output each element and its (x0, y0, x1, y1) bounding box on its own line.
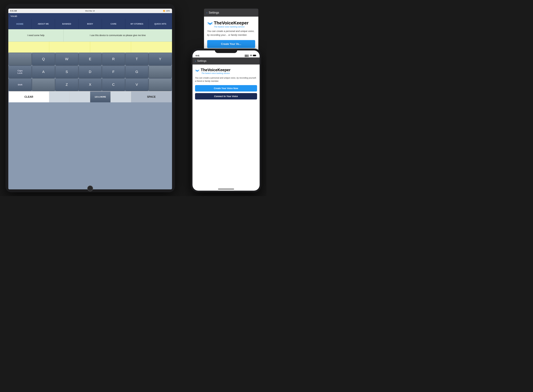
bottom-empty-2[interactable] (70, 92, 90, 102)
key-c[interactable]: C (102, 78, 125, 91)
nav-body[interactable]: BODY (78, 19, 102, 29)
tablet-vk-wings-icon (207, 21, 213, 27)
key-f[interactable]: F (102, 66, 125, 78)
key-t[interactable]: T (125, 53, 148, 65)
keyboard-row-2: CapsLock A S D F G (9, 66, 172, 78)
tablet-settings-header: ‹ Settings (204, 9, 258, 17)
key-r[interactable]: R (102, 53, 125, 65)
phrase-communicate[interactable]: I use this device to communicate so plea… (64, 29, 172, 42)
phrase-help[interactable]: I need some help (8, 29, 64, 42)
nav-banked[interactable]: BANKED (55, 19, 78, 29)
iphone-vk-logo: TheVoiceKeeper The fastest voice banking… (195, 68, 257, 75)
vocab-label: Vocab (10, 15, 17, 17)
keyboard: Q W E R T Y CapsLock A S D F G (8, 52, 172, 189)
iphone-vk-wings-icon (195, 69, 200, 74)
iphone-screen: 9:41 ▌▌▌ (192, 51, 260, 191)
tablet-create-voice-button[interactable]: Create Your Vo... (207, 40, 255, 48)
ipad-home-button[interactable] (87, 186, 93, 191)
phrase-row: I need some help I use this device to co… (8, 29, 172, 42)
iphone-settings-title: Settings (197, 60, 207, 62)
keyboard-bottom-row: CLEAR 123 & MORE SPACE (9, 91, 172, 102)
nav-my-stories[interactable]: MY STORIES (125, 19, 149, 29)
ipad-time: 9:41 AM (10, 10, 17, 12)
tablet-vk-logo: TheVoiceKeeper The fastest voice banking… (207, 20, 255, 28)
ipad-statusbar: 9:41 AM Wed Mar 18 📶 100% (8, 9, 172, 13)
scene: 9:41 AM Wed Mar 18 📶 100% Vocab HOME (5, 4, 261, 192)
key-d[interactable]: D (79, 66, 102, 78)
key-q[interactable]: Q (32, 53, 55, 65)
key-v[interactable]: V (125, 78, 148, 91)
ipad-date: Wed Mar 18 (85, 10, 95, 12)
num-more-button[interactable]: 123 & MORE (90, 92, 111, 102)
key-e[interactable]: E (79, 53, 102, 65)
iphone-body: TheVoiceKeeper The fastest voice banking… (192, 65, 260, 191)
key-s[interactable]: S (55, 66, 78, 78)
yellow-row (8, 42, 172, 52)
iphone-vk-tagline: The fastest voice banking service (201, 72, 231, 75)
iphone-notch (215, 49, 237, 53)
svg-rect-1 (253, 55, 256, 56)
battery-icon: 100% (166, 10, 170, 12)
tablet-back-arrow[interactable]: ‹ (207, 11, 208, 14)
tablet-vk-description: You can create a personal and unique voi… (207, 29, 255, 37)
iphone-status-icons: ▌▌▌ (245, 54, 257, 57)
key-y[interactable]: Y (149, 53, 172, 65)
iphone-settings-header: ‹ Settings (192, 57, 260, 65)
iphone-time: 9:41 (196, 55, 200, 57)
ipad-screen: 9:41 AM Wed Mar 18 📶 100% Vocab HOME (8, 9, 172, 189)
yellow-cell-2[interactable] (49, 42, 90, 52)
wifi-icon: 📶 (163, 10, 165, 12)
iphone-device: 9:41 ▌▌▌ (191, 49, 261, 192)
key-shift[interactable]: Shift (9, 78, 32, 91)
key-empty-4[interactable] (149, 78, 172, 91)
keyboard-row-3: Shift Z X C V (9, 78, 172, 91)
iphone-create-voice-button[interactable]: Create Your Voice Now (195, 85, 257, 92)
ipad-device: 9:41 AM Wed Mar 18 📶 100% Vocab HOME (5, 4, 175, 192)
iphone-vk-description: You can create a personal and unique voi… (195, 76, 257, 83)
ipad-content: Vocab HOME ABOUT ME BANKED BODY (8, 13, 172, 189)
key-empty-2[interactable] (149, 66, 172, 78)
space-button[interactable]: SPACE (131, 92, 172, 102)
key-empty-3[interactable] (32, 78, 55, 91)
nav-home[interactable]: HOME (8, 19, 32, 29)
yellow-cell-4[interactable] (131, 42, 172, 52)
key-g[interactable]: G (125, 66, 148, 78)
nav-quick-hits[interactable]: QUICK HITS (149, 19, 172, 29)
bottom-empty-3[interactable] (111, 92, 131, 102)
yellow-cell-3[interactable] (90, 42, 131, 52)
iphone-battery-icon (253, 55, 257, 57)
iphone-vk-brand: TheVoiceKeeper (201, 68, 231, 72)
iphone-back-arrow[interactable]: ‹ (195, 59, 196, 63)
yellow-cell-1[interactable] (8, 42, 49, 52)
key-w[interactable]: W (55, 53, 78, 65)
keyboard-row-1: Q W E R T Y (9, 53, 172, 65)
key-z[interactable]: Z (55, 78, 78, 91)
iphone-home-indicator (218, 189, 234, 189)
tablet-vk-brand: TheVoiceKeeper (214, 20, 249, 26)
nav-care[interactable]: CARE (102, 19, 125, 29)
iphone-connect-voice-button[interactable]: Connect to Your Voice (195, 93, 257, 99)
key-empty-1[interactable] (9, 53, 32, 65)
key-a[interactable]: A (32, 66, 55, 78)
bottom-empty-1[interactable] (49, 92, 70, 102)
nav-row: HOME ABOUT ME BANKED BODY CARE (8, 19, 172, 29)
clear-button[interactable]: CLEAR (9, 92, 49, 102)
iphone-signal-icon: ▌▌▌ (245, 55, 249, 57)
tablet-vk-tagline: The fastest voice banking service (214, 26, 249, 28)
iphone-wifi-icon (250, 54, 252, 57)
nav-about-me[interactable]: ABOUT ME (32, 19, 55, 29)
key-x[interactable]: X (79, 78, 102, 91)
tablet-settings-title: Settings (209, 11, 219, 14)
vocab-bar: Vocab (8, 13, 172, 19)
key-caps-lock[interactable]: CapsLock (9, 66, 32, 78)
